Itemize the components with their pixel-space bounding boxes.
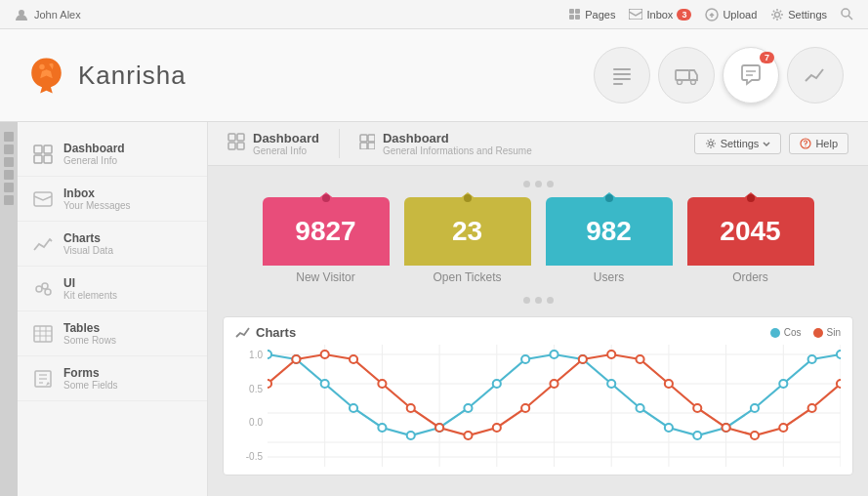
- svg-point-87: [350, 355, 357, 363]
- inbox-nav[interactable]: Inbox 3: [629, 9, 691, 21]
- svg-point-27: [45, 289, 51, 295]
- svg-point-91: [464, 432, 472, 439]
- search-nav[interactable]: [841, 8, 853, 21]
- svg-rect-4: [575, 15, 580, 20]
- svg-rect-41: [360, 135, 367, 142]
- chart-btn-icon: [804, 65, 827, 85]
- stat-users-label: Users: [546, 266, 673, 287]
- pages-nav[interactable]: Pages: [568, 8, 615, 21]
- charts-header: Charts Cos Sin: [235, 325, 841, 340]
- svg-point-65: [321, 380, 329, 388]
- svg-point-89: [407, 404, 415, 412]
- strip-item: [4, 145, 14, 154]
- svg-rect-12: [613, 73, 631, 75]
- svg-point-70: [464, 404, 472, 412]
- sidebar-tables-sub: Some Rows: [63, 335, 116, 346]
- forms-sidebar-icon: [32, 368, 54, 390]
- svg-point-68: [407, 432, 415, 439]
- username: John Alex: [34, 9, 81, 21]
- strip-item: [4, 132, 14, 142]
- svg-rect-21: [44, 145, 52, 153]
- breadcrumb-right: Settings Help: [694, 133, 848, 154]
- chevron-down-icon: [763, 140, 770, 147]
- breadcrumb-page-text: Dashboard General Informations and Resum…: [383, 131, 532, 156]
- svg-point-93: [521, 404, 529, 412]
- stat-card-visitors-value-box: 9827: [263, 197, 390, 266]
- settings-nav-icon: [770, 8, 784, 21]
- y-label-1: 1.0: [235, 350, 263, 360]
- strip-item: [4, 170, 14, 180]
- svg-point-80: [751, 404, 759, 412]
- charts-title: Charts: [235, 325, 296, 340]
- top-bar-nav: Pages Inbox 3 Upload Settings: [568, 8, 853, 21]
- sidebar-item-inbox[interactable]: Inbox Your Messages: [18, 177, 207, 222]
- settings-label: Settings: [788, 9, 827, 21]
- svg-point-75: [607, 380, 615, 388]
- svg-rect-37: [228, 134, 235, 141]
- settings-button[interactable]: Settings: [694, 133, 782, 154]
- sidebar-forms-title: Forms: [63, 366, 118, 380]
- y-label-2: 0.5: [235, 384, 263, 394]
- svg-rect-42: [368, 135, 375, 142]
- truck-header-btn[interactable]: [658, 47, 715, 103]
- svg-point-96: [607, 351, 615, 358]
- pages-icon: [568, 8, 581, 21]
- stat-users-value: 982: [586, 216, 632, 247]
- svg-point-71: [493, 380, 501, 388]
- svg-point-7: [775, 12, 780, 17]
- sidebar-item-forms[interactable]: Forms Some Fields: [18, 356, 207, 401]
- svg-point-94: [550, 380, 558, 388]
- charts-legend: Cos Sin: [770, 327, 841, 338]
- svg-point-99: [693, 404, 701, 412]
- svg-point-86: [321, 351, 329, 358]
- settings-btn-label: Settings: [721, 138, 760, 149]
- search-icon: [841, 8, 853, 21]
- svg-point-104: [837, 380, 841, 388]
- svg-rect-15: [676, 70, 689, 80]
- dot: [523, 297, 530, 304]
- list-header-btn[interactable]: [594, 47, 650, 103]
- svg-rect-2: [575, 9, 580, 14]
- svg-point-45: [709, 142, 713, 145]
- sidebar-charts-title: Charts: [63, 231, 113, 245]
- stat-visitors-label: New Visitor: [263, 266, 390, 287]
- svg-line-9: [848, 16, 852, 20]
- sidebar-inbox-sub: Your Messages: [63, 200, 131, 211]
- stat-card-visitors: 9827 New Visitor: [263, 197, 390, 287]
- sidebar-item-ui[interactable]: UI Kit elements: [18, 267, 207, 311]
- breadcrumb-sub: General Info: [253, 145, 319, 156]
- svg-rect-43: [360, 143, 367, 149]
- svg-point-83: [837, 351, 841, 358]
- pin-visitors: [322, 194, 330, 202]
- cos-dot: [770, 328, 780, 338]
- pin-tickets: [464, 194, 472, 202]
- stat-card-tickets-value-box: 23: [404, 197, 531, 266]
- upload-nav[interactable]: Upload: [705, 8, 757, 21]
- chat-header-btn[interactable]: 7: [723, 47, 779, 103]
- stat-card-tickets: 23 Open Tickets: [404, 197, 531, 287]
- breadcrumb-page-icon: [359, 134, 375, 153]
- sidebar-charts-text: Charts Visual Data: [63, 231, 113, 256]
- sidebar-forms-sub: Some Fields: [63, 380, 118, 391]
- sidebar-strip: [0, 122, 18, 496]
- sidebar-item-charts[interactable]: Charts Visual Data: [18, 222, 207, 267]
- svg-point-98: [665, 380, 673, 388]
- svg-rect-28: [34, 326, 52, 342]
- main-content: 9827 New Visitor 23 Open Tickets 982: [208, 166, 868, 485]
- chart-header-btn[interactable]: [787, 47, 844, 103]
- chart-container: 1.0 0.5 0.0 -0.5: [235, 345, 841, 467]
- help-button[interactable]: Help: [789, 133, 848, 154]
- stat-card-users: 982 Users: [546, 197, 673, 287]
- sidebar-item-tables[interactable]: Tables Some Rows: [18, 311, 207, 356]
- svg-point-88: [378, 380, 386, 388]
- breadcrumb-icon: [227, 133, 245, 154]
- charts-section: Charts Cos Sin: [223, 316, 853, 475]
- pin-orders: [747, 194, 755, 202]
- svg-point-90: [435, 424, 443, 432]
- sidebar-item-dashboard[interactable]: Dashboard General Info: [18, 132, 207, 177]
- svg-point-78: [693, 432, 701, 439]
- main-layout: Dashboard General Info Inbox Your Messag…: [0, 122, 868, 496]
- strip-item: [4, 183, 14, 192]
- settings-nav[interactable]: Settings: [770, 8, 827, 21]
- svg-point-67: [378, 424, 386, 432]
